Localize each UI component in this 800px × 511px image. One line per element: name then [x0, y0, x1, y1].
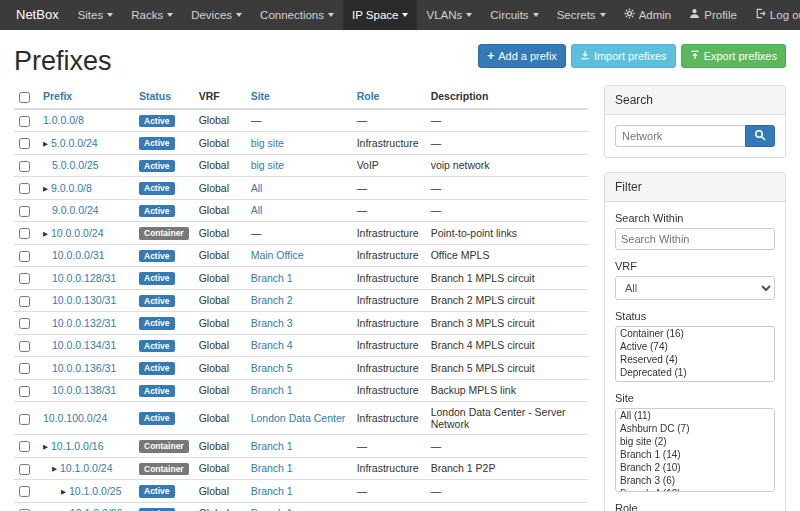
search-button[interactable]: [745, 125, 775, 147]
row-checkbox[interactable]: [19, 386, 30, 397]
vrf-cell: Global: [194, 402, 246, 435]
site-link[interactable]: Branch 2: [251, 294, 293, 306]
site-link[interactable]: Branch 3: [251, 317, 293, 329]
site-link[interactable]: big site: [251, 137, 284, 149]
export-prefixes-button[interactable]: Export prefixes: [681, 44, 786, 68]
prefix-link[interactable]: 10.0.0.130/31: [52, 294, 116, 306]
site-link[interactable]: Branch 4: [251, 339, 293, 351]
row-checkbox[interactable]: [19, 251, 30, 262]
nav-item-circuits[interactable]: Circuits: [481, 0, 547, 30]
row-checkbox[interactable]: [19, 414, 30, 425]
row-checkbox[interactable]: [19, 228, 30, 239]
column-header-prefix[interactable]: Prefix: [38, 85, 134, 109]
prefix-link[interactable]: 1.0.0.0/8: [43, 114, 84, 126]
site-link[interactable]: Branch 1: [251, 272, 293, 284]
site-cell: big site: [246, 132, 352, 155]
add-prefix-button[interactable]: + Add a prefix: [478, 44, 566, 68]
prefix-link[interactable]: 9.0.0.0/24: [52, 204, 99, 216]
prefix-link[interactable]: 10.1.0.0/16: [51, 440, 104, 452]
nav-item-admin[interactable]: Admin: [615, 0, 681, 30]
site-link[interactable]: All: [251, 204, 263, 216]
site-link[interactable]: Branch 1: [251, 462, 293, 474]
nav-item-sites[interactable]: Sites: [69, 0, 123, 30]
row-checkbox[interactable]: [19, 273, 30, 284]
column-header-site[interactable]: Site: [246, 85, 352, 109]
vrf-filter-select[interactable]: All: [615, 276, 775, 300]
filter-option[interactable]: big site (2): [616, 435, 774, 448]
site-link[interactable]: big site: [251, 159, 284, 171]
row-checkbox[interactable]: [19, 464, 30, 475]
prefix-link[interactable]: 5.0.0.0/24: [51, 137, 98, 149]
nav-item-vlans[interactable]: VLANs: [417, 0, 481, 30]
prefix-link[interactable]: 9.0.0.0/8: [51, 182, 92, 194]
nav-item-connections[interactable]: Connections: [251, 0, 343, 30]
prefix-link[interactable]: 10.1.0.0/24: [60, 462, 113, 474]
filter-option[interactable]: Branch 2 (10): [616, 461, 774, 474]
filter-option[interactable]: All (11): [616, 409, 774, 422]
nav-item-profile[interactable]: Profile: [680, 0, 746, 30]
row-checkbox[interactable]: [19, 116, 30, 127]
row-checkbox[interactable]: [19, 161, 30, 172]
filter-option[interactable]: Reserved (4): [616, 353, 774, 366]
site-link[interactable]: Branch 1: [251, 384, 293, 396]
site-link[interactable]: Branch 1: [251, 440, 293, 452]
prefix-link[interactable]: 10.0.0.138/31: [52, 384, 116, 396]
filter-option[interactable]: Deprecated (1): [616, 366, 774, 379]
row-checkbox[interactable]: [19, 296, 30, 307]
status-badge: Active: [139, 485, 175, 498]
nav-item-devices[interactable]: Devices: [182, 0, 251, 30]
column-header-role[interactable]: Role: [352, 85, 426, 109]
vrf-cell: Global: [194, 267, 246, 290]
prefix-link[interactable]: 10.0.0.134/31: [52, 339, 116, 351]
description-cell: London Data Center - Server Network: [426, 402, 588, 435]
prefix-link[interactable]: 10.0.0.132/31: [52, 317, 116, 329]
column-header-status[interactable]: Status: [134, 85, 194, 109]
row-checkbox[interactable]: [19, 363, 30, 374]
app-brand[interactable]: NetBox: [6, 0, 69, 30]
row-checkbox[interactable]: [19, 318, 30, 329]
row-checkbox[interactable]: [19, 138, 30, 149]
row-checkbox[interactable]: [19, 183, 30, 194]
prefix-link[interactable]: 10.1.0.0/26: [70, 507, 123, 511]
search-input[interactable]: [615, 125, 745, 147]
filter-option[interactable]: Active (74): [616, 340, 774, 353]
filter-option[interactable]: Branch 3 (6): [616, 474, 774, 487]
nav-item-secrets[interactable]: Secrets: [548, 0, 615, 30]
status-badge: Active: [139, 137, 175, 150]
filter-option[interactable]: Branch 1 (14): [616, 448, 774, 461]
site-link[interactable]: Branch 1: [251, 507, 293, 511]
filter-option[interactable]: Container (16): [616, 327, 774, 340]
filter-option[interactable]: Ashburn DC (7): [616, 422, 774, 435]
vrf-cell: Global: [194, 457, 246, 480]
prefix-link[interactable]: 10.0.0.128/31: [52, 272, 116, 284]
table-row: 10.0.0.138/31ActiveGlobalBranch 1Infrast…: [14, 379, 588, 402]
prefix-link[interactable]: 10.0.100.0/24: [43, 412, 107, 424]
site-link[interactable]: London Data Center: [251, 412, 346, 424]
nav-item-label: Devices: [191, 0, 232, 30]
select-all-checkbox[interactable]: [19, 92, 30, 103]
description-cell: Branch 3 MPLS circuit: [426, 312, 588, 335]
site-link[interactable]: Branch 1: [251, 485, 293, 497]
import-prefixes-button[interactable]: Import prefixes: [571, 44, 676, 68]
status-filter-listbox[interactable]: Container (16)Active (74)Reserved (4)Dep…: [615, 326, 775, 382]
site-link[interactable]: Branch 5: [251, 362, 293, 374]
filter-option[interactable]: Branch 4 (12): [616, 487, 774, 492]
chevron-down-icon: [600, 13, 606, 17]
prefix-link[interactable]: 10.0.0.136/31: [52, 362, 116, 374]
prefix-link[interactable]: 5.0.0.0/25: [52, 159, 99, 171]
prefix-link[interactable]: 10.1.0.0/25: [69, 485, 122, 497]
nav-item-racks[interactable]: Racks: [122, 0, 182, 30]
prefix-link[interactable]: 10.0.0.0/31: [52, 249, 105, 261]
nav-item-ip-space[interactable]: IP Space: [343, 0, 417, 30]
row-checkbox[interactable]: [19, 441, 30, 452]
prefix-link[interactable]: 10.0.0.0/24: [51, 227, 104, 239]
nav-item-logout[interactable]: Log out: [746, 0, 800, 30]
site-filter-listbox[interactable]: All (11)Ashburn DC (7)big site (2)Branch…: [615, 408, 775, 492]
row-checkbox[interactable]: [19, 341, 30, 352]
filter-panel: Filter Search Within VRF All Status Cont…: [604, 172, 786, 511]
row-checkbox[interactable]: [19, 206, 30, 217]
row-checkbox[interactable]: [19, 486, 30, 497]
site-link[interactable]: Main Office: [251, 249, 304, 261]
search-within-input[interactable]: [615, 228, 775, 250]
site-link[interactable]: All: [251, 182, 263, 194]
